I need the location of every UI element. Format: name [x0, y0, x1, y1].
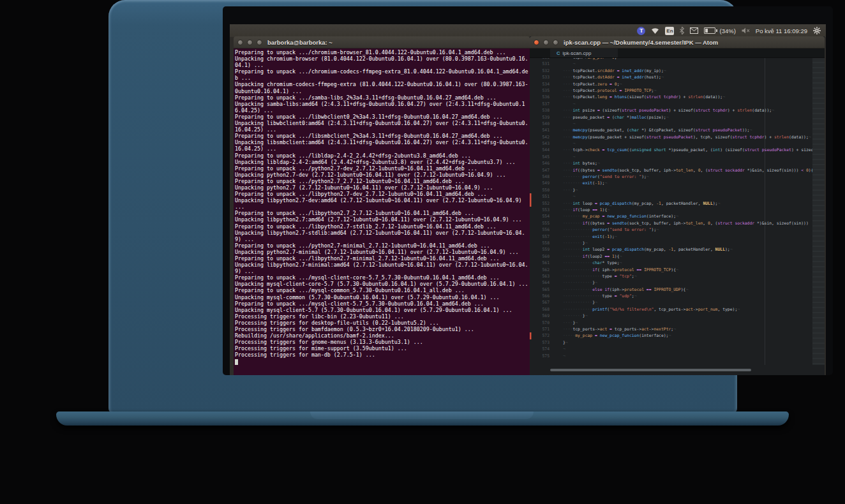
teams-icon: T — [637, 27, 645, 35]
close-button[interactable] — [237, 40, 243, 45]
terminal-line: Preparing to unpack .../libpython2.7-std… — [235, 223, 528, 230]
mail-indicator[interactable] — [690, 24, 698, 37]
line-number: 574 — [530, 346, 555, 352]
maximize-button[interactable] — [553, 40, 558, 45]
line-number: 532 — [530, 68, 555, 74]
line-number: 561 — [530, 260, 555, 266]
code-line[interactable]: ········}¬ — [563, 240, 825, 246]
code-line[interactable]: ············printf("%d/%s filtered\n", t… — [563, 306, 825, 313]
minimize-button[interactable] — [247, 40, 253, 45]
terminal-titlebar[interactable]: barborka@barborka: ~ — [234, 36, 530, 48]
code-line[interactable]: ····pseudo_packet = (char *)malloc(psize… — [563, 114, 825, 121]
horizontal-scrollbar[interactable] — [550, 369, 751, 371]
code-line[interactable]: ····if(loop == 1){¬ — [563, 207, 825, 213]
code-line[interactable]: ····tcpPacket.srcAddr = inet_addr(my_ip)… — [563, 68, 825, 74]
tab-ipk-scan[interactable]: C ipk-scan.cpp — [550, 48, 618, 57]
terminal-line: Processing triggers for libc-bin (2.23-0… — [235, 313, 528, 320]
code-line[interactable]: ····tcpPacket.leng = htons(sizeof(struct… — [563, 94, 825, 100]
teams-indicator[interactable]: T — [637, 24, 645, 37]
session-indicator[interactable] — [813, 24, 821, 37]
line-number: 550 — [530, 187, 555, 193]
line-number: 531 — [530, 61, 555, 67]
line-number: 560 — [530, 253, 555, 260]
line-number: 544 — [530, 147, 555, 153]
terminal-line: Preparing to unpack .../libwbclient0_2%3… — [235, 114, 528, 120]
terminal-line: Unpacking python2.7 (2.7.12-1ubuntu0~16.… — [235, 184, 528, 191]
code-line[interactable]: ············}¬ — [563, 299, 825, 306]
terminal-line: Processing triggers for man-db (2.7.5-1)… — [235, 352, 528, 358]
code-line[interactable]: ········perror("send to error: ");¬ — [563, 174, 825, 180]
code-line[interactable]: ········exit(-1);¬ — [563, 180, 825, 186]
code-line[interactable]: ¬ — [563, 346, 825, 352]
minimap[interactable] — [812, 58, 825, 365]
code-line[interactable]: ····memcpy(pseudo_packet, (char *) &tcpP… — [563, 127, 825, 133]
minimize-button[interactable] — [543, 40, 549, 45]
code-line[interactable]: ¬ — [563, 140, 825, 147]
code-line[interactable]: ¬ — [563, 154, 825, 160]
code-line[interactable]: ¬ — [563, 353, 825, 359]
code-line[interactable]: ····if((bytes = sendto(sock_tcp, buffer,… — [563, 167, 825, 174]
code-line[interactable]: ················type = "tcp";¬ — [563, 273, 825, 279]
code-line[interactable]: ········if(loop2 == 1){¬ — [563, 253, 825, 260]
line-number: 534 — [530, 81, 555, 87]
code-line[interactable]: ············if( iph->protocol == IPPROTO… — [563, 267, 825, 273]
code-line[interactable]: ····tcpPacket.zero = 0;¬ — [563, 81, 825, 87]
terminal-line: Preparing to unpack .../samba-libs_2%3a4… — [235, 94, 528, 101]
code-line[interactable]: ¬ — [563, 121, 825, 127]
code-line[interactable]: ····memcpy(pseudo_packet + sizeof(struct… — [563, 134, 825, 140]
code-line[interactable]: ····int loop = pcap_dispatch(my_pcap, -1… — [563, 200, 825, 207]
terminal-line: Unpacking mysql-client-core-5.7 (5.7.30-… — [235, 281, 528, 287]
line-number: 553 — [530, 207, 555, 213]
code-line[interactable]: ····int bytes;¬ — [563, 160, 825, 167]
code-line[interactable]: ········}¬ — [563, 313, 825, 319]
close-button[interactable] — [534, 40, 539, 45]
line-number: 537 — [530, 101, 555, 107]
maximize-button[interactable] — [257, 40, 262, 45]
bluetooth-indicator[interactable] — [680, 24, 684, 37]
code-line[interactable]: ¬ — [563, 193, 825, 200]
code-line[interactable]: ········int loop2 = pcap_dispatch(my_pca… — [563, 246, 825, 253]
code-line[interactable]: ················type = "udp";¬ — [563, 293, 825, 299]
terminal-line: Processing triggers for bamfdaemon (0.5.… — [235, 326, 528, 332]
code-line[interactable]: ········my_pcap = new_pcap_funcion(inter… — [563, 213, 825, 219]
code-line[interactable]: ·····my_pcap = new_pcap_funcion(interfac… — [563, 332, 825, 339]
code-editor[interactable]: 5305315325335345355365375385395405415425… — [530, 58, 825, 365]
line-number: 539 — [530, 114, 555, 121]
line-number: 542 — [530, 134, 555, 140]
code-line[interactable]: ············perror("send to error: ");¬ — [563, 226, 825, 233]
code-line[interactable]: ····}¬ — [563, 187, 825, 193]
atom-window: ipk-scan.cpp — ~/Dokumenty/4.semester/IP… — [530, 36, 825, 375]
code-line[interactable]: ············}¬ — [563, 279, 825, 286]
terminal-line: Unpacking libpython2.7-minimal:amd64 (2.… — [235, 262, 528, 274]
code-line[interactable]: ····tcpPacket.protocol = IPPROTO_TCP;¬ — [563, 87, 825, 94]
code-line[interactable]: ····tcpPacket.dstAddr = inet_addr(host);… — [563, 74, 825, 80]
code-line[interactable]: ····int psize = (sizeof(struct pseudoPac… — [563, 107, 825, 114]
code-line[interactable]: ············char* type;¬ — [563, 260, 825, 266]
code-line[interactable]: ¬ — [563, 61, 825, 67]
code-line[interactable]: ····tcp_ports->act = tcp_ports->act->nex… — [563, 326, 825, 332]
battery-percent: (34%) — [719, 27, 735, 34]
clock[interactable]: Po kvě 11 16:09:29 — [756, 24, 807, 37]
code-line[interactable]: ········if((bytes = sendto(sock_tcp, buf… — [563, 220, 825, 226]
code-line[interactable]: ····tcph->check = tcp_csum((unsigned sho… — [563, 147, 825, 153]
line-number: 557 — [530, 233, 555, 240]
battery-indicator[interactable]: (34%) — [704, 24, 735, 37]
terminal-line: Preparing to unpack .../libpython2.7-dev… — [235, 191, 528, 197]
line-number: 541 — [530, 127, 555, 133]
keyboard-indicator[interactable]: En — [665, 24, 674, 37]
volume-indicator[interactable] — [742, 24, 750, 37]
terminal-line: Unpacking libpython2.7:amd64 (2.7.12-1ub… — [235, 216, 528, 223]
terminal-line: Preparing to unpack .../mysql-client-5.7… — [235, 300, 528, 307]
code-line[interactable]: ¬ — [563, 101, 825, 107]
atom-titlebar[interactable]: ipk-scan.cpp — ~/Dokumenty/4.semester/IP… — [530, 36, 825, 48]
code-line[interactable]: }¬ — [563, 339, 825, 346]
code-line[interactable]: ············exit(-1);¬ — [563, 233, 825, 240]
line-number: 568 — [530, 306, 555, 313]
code-line[interactable]: ····}¬ — [563, 320, 825, 326]
wifi-indicator[interactable] — [651, 24, 659, 37]
line-number: 571 — [530, 326, 555, 332]
code-line[interactable]: ············else if(iph->protocol == IPP… — [563, 286, 825, 293]
terminal-output[interactable]: Preparing to unpack .../chromium-browser… — [234, 48, 530, 375]
terminal-line: Unpacking python2.7-minimal (2.7.12-1ubu… — [235, 249, 528, 255]
session-gear-icon — [813, 27, 821, 34]
